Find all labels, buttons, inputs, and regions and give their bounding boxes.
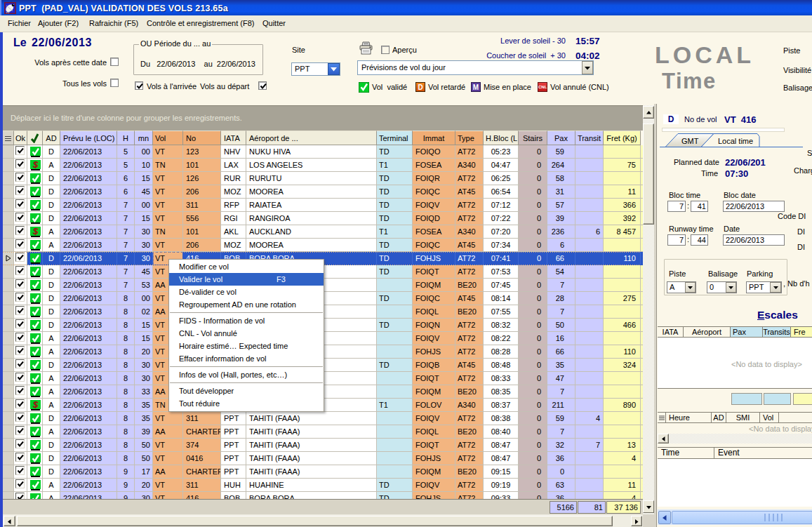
svg-text:S: S [32, 160, 38, 170]
svg-text:S: S [32, 400, 38, 410]
svg-text:GMT: GMT [681, 137, 699, 145]
svg-text:S: S [32, 227, 38, 236]
svg-text:Local time: Local time [718, 137, 753, 145]
